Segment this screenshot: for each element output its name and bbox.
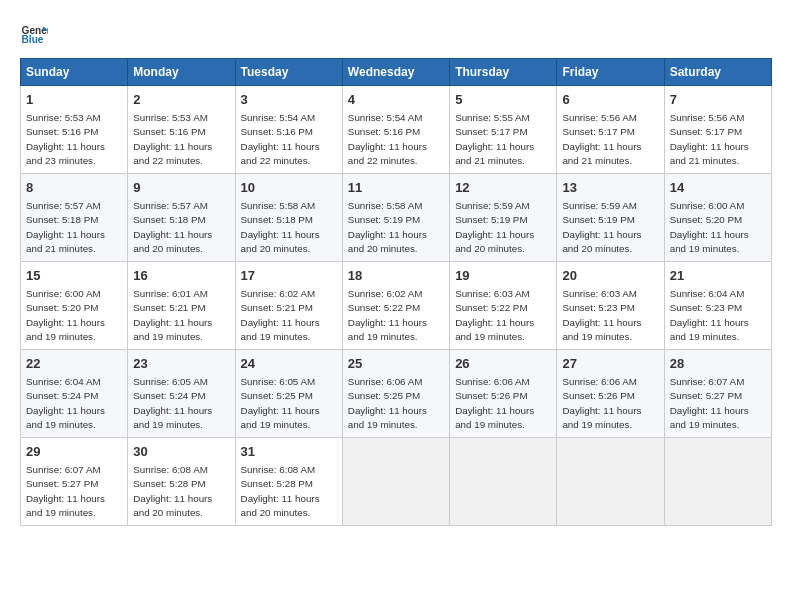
calendar-week-row: 29Sunrise: 6:07 AM Sunset: 5:27 PM Dayli…	[21, 438, 772, 526]
calendar-cell: 13Sunrise: 5:59 AM Sunset: 5:19 PM Dayli…	[557, 174, 664, 262]
calendar-cell: 24Sunrise: 6:05 AM Sunset: 5:25 PM Dayli…	[235, 350, 342, 438]
day-info: Sunrise: 5:54 AM Sunset: 5:16 PM Dayligh…	[348, 111, 444, 168]
calendar-cell: 6Sunrise: 5:56 AM Sunset: 5:17 PM Daylig…	[557, 86, 664, 174]
day-number: 24	[241, 355, 337, 373]
day-info: Sunrise: 6:07 AM Sunset: 5:27 PM Dayligh…	[670, 375, 766, 432]
calendar-cell	[664, 438, 771, 526]
day-number: 28	[670, 355, 766, 373]
day-info: Sunrise: 6:08 AM Sunset: 5:28 PM Dayligh…	[241, 463, 337, 520]
day-info: Sunrise: 6:03 AM Sunset: 5:22 PM Dayligh…	[455, 287, 551, 344]
day-info: Sunrise: 5:56 AM Sunset: 5:17 PM Dayligh…	[562, 111, 658, 168]
calendar-week-row: 8Sunrise: 5:57 AM Sunset: 5:18 PM Daylig…	[21, 174, 772, 262]
day-number: 16	[133, 267, 229, 285]
day-number: 2	[133, 91, 229, 109]
day-info: Sunrise: 5:59 AM Sunset: 5:19 PM Dayligh…	[455, 199, 551, 256]
day-header-sunday: Sunday	[21, 59, 128, 86]
calendar-cell: 28Sunrise: 6:07 AM Sunset: 5:27 PM Dayli…	[664, 350, 771, 438]
calendar-cell: 5Sunrise: 5:55 AM Sunset: 5:17 PM Daylig…	[450, 86, 557, 174]
calendar-cell: 18Sunrise: 6:02 AM Sunset: 5:22 PM Dayli…	[342, 262, 449, 350]
day-number: 30	[133, 443, 229, 461]
calendar-cell: 20Sunrise: 6:03 AM Sunset: 5:23 PM Dayli…	[557, 262, 664, 350]
day-header-thursday: Thursday	[450, 59, 557, 86]
calendar-cell: 25Sunrise: 6:06 AM Sunset: 5:25 PM Dayli…	[342, 350, 449, 438]
logo: General Blue	[20, 20, 52, 48]
day-info: Sunrise: 6:00 AM Sunset: 5:20 PM Dayligh…	[26, 287, 122, 344]
calendar-cell	[557, 438, 664, 526]
day-info: Sunrise: 5:53 AM Sunset: 5:16 PM Dayligh…	[133, 111, 229, 168]
day-header-tuesday: Tuesday	[235, 59, 342, 86]
calendar-cell: 29Sunrise: 6:07 AM Sunset: 5:27 PM Dayli…	[21, 438, 128, 526]
calendar-cell: 17Sunrise: 6:02 AM Sunset: 5:21 PM Dayli…	[235, 262, 342, 350]
calendar-cell: 9Sunrise: 5:57 AM Sunset: 5:18 PM Daylig…	[128, 174, 235, 262]
day-number: 19	[455, 267, 551, 285]
calendar-cell	[450, 438, 557, 526]
day-number: 7	[670, 91, 766, 109]
calendar-cell: 15Sunrise: 6:00 AM Sunset: 5:20 PM Dayli…	[21, 262, 128, 350]
calendar-week-row: 22Sunrise: 6:04 AM Sunset: 5:24 PM Dayli…	[21, 350, 772, 438]
calendar-cell: 23Sunrise: 6:05 AM Sunset: 5:24 PM Dayli…	[128, 350, 235, 438]
day-info: Sunrise: 5:57 AM Sunset: 5:18 PM Dayligh…	[133, 199, 229, 256]
day-number: 26	[455, 355, 551, 373]
day-number: 10	[241, 179, 337, 197]
day-info: Sunrise: 6:06 AM Sunset: 5:26 PM Dayligh…	[562, 375, 658, 432]
day-number: 8	[26, 179, 122, 197]
day-number: 14	[670, 179, 766, 197]
day-info: Sunrise: 6:06 AM Sunset: 5:25 PM Dayligh…	[348, 375, 444, 432]
day-number: 22	[26, 355, 122, 373]
day-info: Sunrise: 6:07 AM Sunset: 5:27 PM Dayligh…	[26, 463, 122, 520]
day-number: 13	[562, 179, 658, 197]
day-number: 15	[26, 267, 122, 285]
calendar-cell: 7Sunrise: 5:56 AM Sunset: 5:17 PM Daylig…	[664, 86, 771, 174]
day-info: Sunrise: 6:04 AM Sunset: 5:23 PM Dayligh…	[670, 287, 766, 344]
day-info: Sunrise: 6:03 AM Sunset: 5:23 PM Dayligh…	[562, 287, 658, 344]
calendar-cell: 11Sunrise: 5:58 AM Sunset: 5:19 PM Dayli…	[342, 174, 449, 262]
day-number: 23	[133, 355, 229, 373]
calendar-cell: 10Sunrise: 5:58 AM Sunset: 5:18 PM Dayli…	[235, 174, 342, 262]
calendar-cell: 4Sunrise: 5:54 AM Sunset: 5:16 PM Daylig…	[342, 86, 449, 174]
day-number: 1	[26, 91, 122, 109]
day-info: Sunrise: 6:02 AM Sunset: 5:21 PM Dayligh…	[241, 287, 337, 344]
day-info: Sunrise: 6:08 AM Sunset: 5:28 PM Dayligh…	[133, 463, 229, 520]
day-number: 27	[562, 355, 658, 373]
calendar-cell: 16Sunrise: 6:01 AM Sunset: 5:21 PM Dayli…	[128, 262, 235, 350]
day-info: Sunrise: 6:00 AM Sunset: 5:20 PM Dayligh…	[670, 199, 766, 256]
day-number: 12	[455, 179, 551, 197]
day-number: 5	[455, 91, 551, 109]
calendar-week-row: 1Sunrise: 5:53 AM Sunset: 5:16 PM Daylig…	[21, 86, 772, 174]
day-number: 20	[562, 267, 658, 285]
day-info: Sunrise: 5:59 AM Sunset: 5:19 PM Dayligh…	[562, 199, 658, 256]
day-header-saturday: Saturday	[664, 59, 771, 86]
day-info: Sunrise: 5:54 AM Sunset: 5:16 PM Dayligh…	[241, 111, 337, 168]
calendar-cell: 12Sunrise: 5:59 AM Sunset: 5:19 PM Dayli…	[450, 174, 557, 262]
day-number: 31	[241, 443, 337, 461]
calendar-cell: 26Sunrise: 6:06 AM Sunset: 5:26 PM Dayli…	[450, 350, 557, 438]
calendar-week-row: 15Sunrise: 6:00 AM Sunset: 5:20 PM Dayli…	[21, 262, 772, 350]
calendar-cell: 1Sunrise: 5:53 AM Sunset: 5:16 PM Daylig…	[21, 86, 128, 174]
day-info: Sunrise: 6:02 AM Sunset: 5:22 PM Dayligh…	[348, 287, 444, 344]
calendar-header-row: SundayMondayTuesdayWednesdayThursdayFrid…	[21, 59, 772, 86]
day-info: Sunrise: 5:53 AM Sunset: 5:16 PM Dayligh…	[26, 111, 122, 168]
logo-icon: General Blue	[20, 20, 48, 48]
calendar-table: SundayMondayTuesdayWednesdayThursdayFrid…	[20, 58, 772, 526]
day-number: 18	[348, 267, 444, 285]
day-info: Sunrise: 6:05 AM Sunset: 5:25 PM Dayligh…	[241, 375, 337, 432]
calendar-cell: 19Sunrise: 6:03 AM Sunset: 5:22 PM Dayli…	[450, 262, 557, 350]
calendar-cell: 8Sunrise: 5:57 AM Sunset: 5:18 PM Daylig…	[21, 174, 128, 262]
day-info: Sunrise: 6:01 AM Sunset: 5:21 PM Dayligh…	[133, 287, 229, 344]
day-info: Sunrise: 5:55 AM Sunset: 5:17 PM Dayligh…	[455, 111, 551, 168]
day-header-monday: Monday	[128, 59, 235, 86]
calendar-cell: 31Sunrise: 6:08 AM Sunset: 5:28 PM Dayli…	[235, 438, 342, 526]
day-info: Sunrise: 6:06 AM Sunset: 5:26 PM Dayligh…	[455, 375, 551, 432]
day-number: 3	[241, 91, 337, 109]
day-number: 21	[670, 267, 766, 285]
day-number: 17	[241, 267, 337, 285]
day-number: 11	[348, 179, 444, 197]
day-number: 25	[348, 355, 444, 373]
day-number: 9	[133, 179, 229, 197]
day-info: Sunrise: 6:04 AM Sunset: 5:24 PM Dayligh…	[26, 375, 122, 432]
calendar-cell: 3Sunrise: 5:54 AM Sunset: 5:16 PM Daylig…	[235, 86, 342, 174]
calendar-cell: 2Sunrise: 5:53 AM Sunset: 5:16 PM Daylig…	[128, 86, 235, 174]
svg-text:Blue: Blue	[22, 34, 44, 45]
calendar-cell: 30Sunrise: 6:08 AM Sunset: 5:28 PM Dayli…	[128, 438, 235, 526]
day-info: Sunrise: 5:56 AM Sunset: 5:17 PM Dayligh…	[670, 111, 766, 168]
